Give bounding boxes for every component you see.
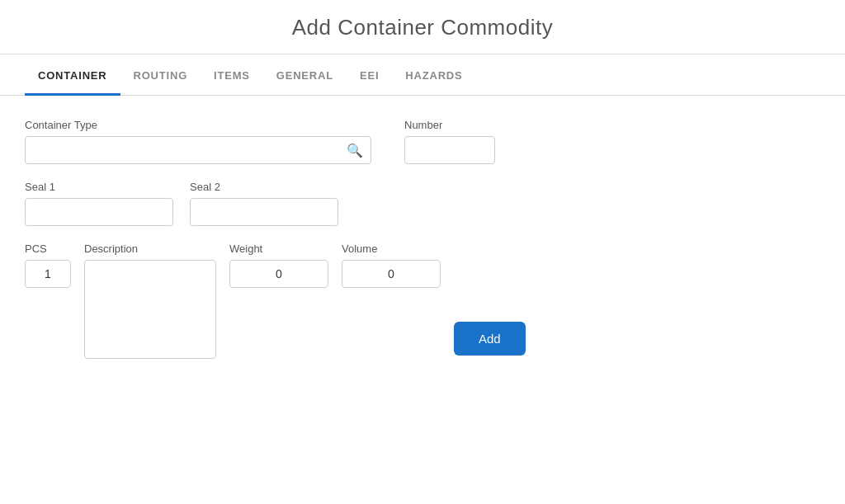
weight-group: Weight xyxy=(229,243,328,288)
tab-hazards[interactable]: HAZARDS xyxy=(392,54,475,96)
pcs-input[interactable] xyxy=(25,260,71,288)
number-label: Number xyxy=(404,119,495,131)
pcs-label: PCS xyxy=(25,243,71,255)
volume-label: Volume xyxy=(342,243,441,255)
form-area: Container Type 🔍 Number Seal 1 Seal 2 PC… xyxy=(0,96,845,384)
description-group: Description xyxy=(84,243,216,359)
row-pcs-desc-weight-volume: PCS Description Weight Volume Add xyxy=(25,243,820,359)
pcs-group: PCS xyxy=(25,243,71,288)
container-type-group: Container Type 🔍 xyxy=(25,119,371,164)
seal1-group: Seal 1 xyxy=(25,181,173,226)
tab-general[interactable]: GENERAL xyxy=(263,54,347,96)
seal2-input[interactable] xyxy=(190,198,338,226)
weight-label: Weight xyxy=(229,243,328,255)
row-seals: Seal 1 Seal 2 xyxy=(25,181,820,226)
seal1-input[interactable] xyxy=(25,198,173,226)
volume-input[interactable] xyxy=(342,260,441,288)
container-type-label: Container Type xyxy=(25,119,371,131)
seal2-label: Seal 2 xyxy=(190,181,338,193)
seal1-label: Seal 1 xyxy=(25,181,173,193)
tab-items[interactable]: ITEMS xyxy=(201,54,263,96)
weight-input[interactable] xyxy=(229,260,328,288)
description-label: Description xyxy=(84,243,216,255)
tab-routing[interactable]: ROUTING xyxy=(120,54,201,96)
tab-container[interactable]: CONTAINER xyxy=(25,54,120,96)
volume-group: Volume xyxy=(342,243,441,288)
row-container-type-number: Container Type 🔍 Number xyxy=(25,119,820,164)
tabs-bar: CONTAINER ROUTING ITEMS GENERAL EEI HAZA… xyxy=(0,54,845,96)
page-header: Add Container Commodity xyxy=(0,0,845,54)
number-input[interactable] xyxy=(404,136,495,164)
description-textarea[interactable] xyxy=(84,260,216,359)
seal2-group: Seal 2 xyxy=(190,181,338,226)
container-type-input[interactable] xyxy=(25,136,371,164)
tab-eei[interactable]: EEI xyxy=(347,54,392,96)
page-title: Add Container Commodity xyxy=(0,15,845,40)
container-type-input-wrapper: 🔍 xyxy=(25,136,371,164)
add-button[interactable]: Add xyxy=(454,322,526,356)
number-group: Number xyxy=(404,119,495,164)
